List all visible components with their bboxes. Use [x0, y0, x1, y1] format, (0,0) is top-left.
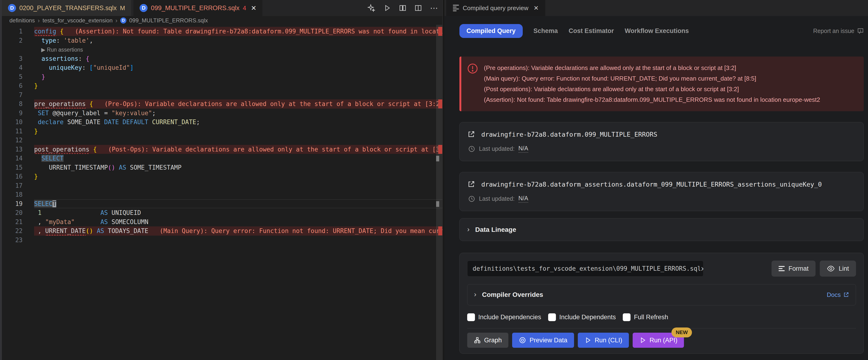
chevron-right-icon: › — [467, 225, 469, 233]
code-text[interactable]: SELECT — [34, 199, 442, 209]
code-text[interactable]: SET @@query_label = "key:value"; — [34, 109, 442, 118]
pane-divider[interactable] — [442, 0, 444, 360]
line-number: 11 — [0, 127, 23, 136]
code-text[interactable]: 1 AS UNIQUEID — [34, 208, 442, 218]
code-text[interactable] — [34, 236, 442, 245]
tab-0200-player-transfers[interactable]: D 0200_PLAYER_TRANSFERS.sqlx M — [2, 0, 131, 16]
code-text[interactable]: uniqueKey: ["uniqueId"] — [34, 63, 442, 72]
sparkle-icon[interactable] — [367, 4, 375, 12]
run-api-button[interactable]: Run (API) NEW — [633, 333, 684, 348]
last-updated-label: Last updated: — [479, 195, 515, 202]
last-updated-value[interactable]: N/A — [519, 145, 528, 153]
split-editor-icon[interactable] — [414, 4, 422, 12]
code-line-17[interactable]: 17 — [0, 181, 442, 190]
code-line-7[interactable]: 7 — [0, 90, 442, 100]
code-line-19[interactable]: 19SELECT — [0, 199, 442, 209]
line-number: 22 — [0, 226, 23, 236]
code-text[interactable] — [34, 181, 442, 190]
code-line-2[interactable]: 2 type: 'table', — [0, 36, 442, 45]
graph-button[interactable]: Graph — [467, 333, 508, 348]
code-text[interactable]: } — [34, 81, 442, 90]
code-line-3[interactable]: 3 assertions: { — [0, 54, 442, 63]
codelens-run-assertions[interactable]: ▶ Run assertions — [41, 47, 83, 53]
include-dependents-checkbox[interactable] — [548, 313, 556, 321]
code-text[interactable] — [34, 136, 442, 145]
code-line-1[interactable]: 1config {(Assertion): Not found: Table d… — [0, 27, 442, 36]
code-text[interactable]: declare SOME_DATE DATE DEFAULT CURRENT_D… — [34, 117, 442, 127]
last-updated-value[interactable]: N/A — [519, 195, 528, 203]
code-line-5[interactable]: 5 } — [0, 72, 442, 82]
code-line-13[interactable]: 13post_operations {(Post-Ops): Variable … — [0, 145, 442, 154]
tab-schema[interactable]: Schema — [533, 27, 558, 35]
compiler-overrides-section[interactable]: › Compiler Overrides Docs — [467, 284, 856, 305]
error-line: (Assertion): Not found: Table drawingfir… — [484, 94, 820, 105]
codelens-row[interactable]: ▶ Run assertions — [0, 45, 442, 54]
error-line: (Main query): Query error: Function not … — [484, 73, 820, 84]
code-text[interactable]: ▶ Run assertions — [34, 45, 442, 54]
error-messages: (Pre operations): Variable declarations … — [484, 63, 820, 105]
breadcrumb-item[interactable]: tests_for_vscode_extension — [42, 17, 113, 24]
code-text[interactable] — [34, 90, 442, 100]
close-icon[interactable]: ✕ — [251, 4, 256, 12]
code-line-16[interactable]: 16} — [0, 172, 442, 181]
docs-link[interactable]: Docs — [827, 291, 849, 299]
code-line-9[interactable]: 9 SET @@query_label = "key:value"; — [0, 109, 442, 118]
code-line-23[interactable]: 23 — [0, 236, 442, 245]
close-icon[interactable]: ✕ — [533, 4, 539, 12]
editor-scrollbar[interactable] — [436, 25, 442, 360]
preview-data-button[interactable]: Preview Data — [512, 333, 574, 348]
code-line-10[interactable]: 10 declare SOME_DATE DATE DEFAULT CURREN… — [0, 117, 442, 127]
split-editor-filled-icon[interactable] — [399, 4, 406, 12]
tab-cost-estimator[interactable]: Cost Estimator — [569, 27, 614, 35]
run-cli-button[interactable]: Run (CLI) — [578, 333, 629, 348]
tab-099-multiple-errors[interactable]: D 099_MULTIPLE_ERRORS.sqlx 4 ✕ — [133, 0, 262, 16]
code-text[interactable]: URRENT_TIMESTAMP() AS SOME_TIMESTAMP — [34, 163, 442, 172]
code-editor[interactable]: 1config {(Assertion): Not found: Table d… — [0, 27, 442, 245]
code-line-21[interactable]: 21 , "myData" AS SOMECOLUMN — [0, 218, 442, 227]
report-an-issue-link[interactable]: Report an issue — [813, 28, 864, 34]
code-line-14[interactable]: 14 SELECT — [0, 154, 442, 163]
include-dependencies-checkbox[interactable] — [467, 313, 475, 321]
table-link[interactable]: drawingfire-b72a8.dataform_assertions.da… — [467, 180, 856, 188]
line-number: 12 — [0, 136, 23, 145]
line-number: 9 — [0, 109, 23, 118]
run-icon[interactable] — [383, 4, 391, 12]
lint-button[interactable]: Lint — [820, 260, 856, 277]
tab-workflow-executions[interactable]: Workflow Executions — [625, 27, 689, 35]
more-actions-icon[interactable]: ⋯ — [430, 3, 439, 13]
code-line-6[interactable]: 6} — [0, 81, 442, 90]
code-line-18[interactable]: 18 — [0, 190, 442, 199]
code-line-11[interactable]: 11} — [0, 127, 442, 136]
full-refresh-checkbox[interactable] — [623, 313, 630, 321]
breadcrumb-item[interactable]: 099_MULTIPLE_ERRORS.sqlx — [129, 17, 208, 24]
data-lineage-section[interactable]: › Data Lineage — [459, 218, 864, 241]
format-button[interactable]: Format — [772, 260, 816, 277]
code-line-8[interactable]: 8pre_operations {(Pre-Ops): Variable dec… — [0, 100, 442, 109]
code-line-20[interactable]: 20 1 AS UNIQUEID — [0, 208, 442, 218]
feedback-icon — [857, 28, 864, 34]
code-text[interactable]: post_operations {(Post-Ops): Variable de… — [34, 145, 442, 154]
code-line-15[interactable]: 15 URRENT_TIMESTAMP() AS SOME_TIMESTAMP — [0, 163, 442, 172]
code-text[interactable]: config {(Assertion): Not found: Table dr… — [34, 27, 442, 36]
code-line-4[interactable]: 4 uniqueKey: ["uniqueId"] — [0, 63, 442, 72]
chevron-right-icon: › — [474, 290, 476, 298]
code-text[interactable]: , "myData" AS SOMECOLUMN — [34, 218, 442, 227]
tab-compiled-query[interactable]: Compiled Query — [459, 24, 523, 38]
panel-tab-compiled-query-preview[interactable]: Compiled query preview ✕ — [446, 0, 545, 16]
code-text[interactable]: } — [34, 172, 442, 181]
code-text[interactable]: type: 'table', — [34, 36, 442, 45]
run-api-label: Run (API) — [650, 337, 678, 344]
code-line-22[interactable]: 22 , URRENT_DATE() AS TODAYS_DATE(Main Q… — [0, 226, 442, 236]
code-text[interactable]: assertions: { — [34, 54, 442, 63]
code-text[interactable]: , URRENT_DATE() AS TODAYS_DATE(Main Quer… — [34, 226, 442, 236]
table-link[interactable]: drawingfire-b72a8.dataform.099_MULTIPLE_… — [467, 130, 856, 138]
file-path-input[interactable]: definitions\tests_for_vscode_extension\0… — [467, 260, 704, 277]
line-number — [0, 45, 23, 54]
code-text[interactable]: pre_operations {(Pre-Ops): Variable decl… — [34, 100, 442, 109]
code-text[interactable]: } — [34, 72, 442, 82]
code-text[interactable]: } — [34, 127, 442, 136]
code-text[interactable] — [34, 190, 442, 199]
code-text[interactable]: SELECT — [34, 154, 442, 163]
breadcrumb-item[interactable]: definitions — [9, 17, 35, 24]
code-line-12[interactable]: 12 — [0, 136, 442, 145]
